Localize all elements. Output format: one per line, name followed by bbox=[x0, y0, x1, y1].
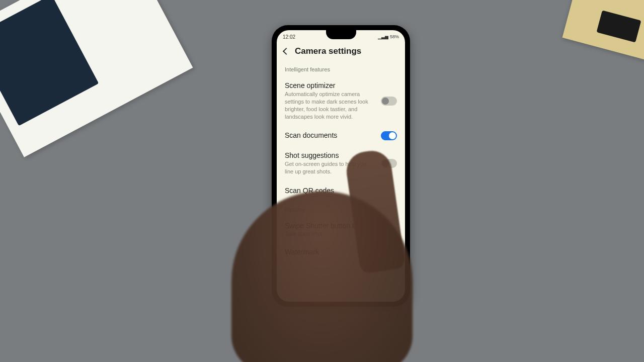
status-time: 12:02 bbox=[283, 34, 295, 40]
back-icon[interactable] bbox=[283, 48, 290, 55]
section-intelligent-label: Intelligent features bbox=[277, 63, 405, 76]
scan-documents-title: Scan documents bbox=[285, 131, 376, 139]
product-box-image bbox=[0, 0, 99, 126]
scene-optimizer-toggle[interactable] bbox=[381, 97, 397, 106]
scan-documents-toggle[interactable] bbox=[381, 131, 397, 140]
setting-scan-documents[interactable]: Scan documents bbox=[277, 126, 405, 146]
product-box: Galaxy A06 bbox=[0, 0, 193, 157]
hand bbox=[231, 191, 413, 362]
setting-scene-optimizer[interactable]: Scene optimizer Automatically optimize c… bbox=[277, 76, 405, 126]
phone-notch bbox=[326, 30, 356, 39]
status-right: ▁▃▅ 58% bbox=[378, 34, 399, 39]
battery-text: 58% bbox=[390, 34, 399, 39]
scene-optimizer-title: Scene optimizer bbox=[285, 81, 376, 89]
header: Camera settings bbox=[277, 41, 405, 63]
page-title: Camera settings bbox=[295, 46, 361, 56]
scene-optimizer-desc: Automatically optimize camera settings t… bbox=[285, 90, 376, 120]
signal-icon: ▁▃▅ bbox=[378, 34, 388, 39]
